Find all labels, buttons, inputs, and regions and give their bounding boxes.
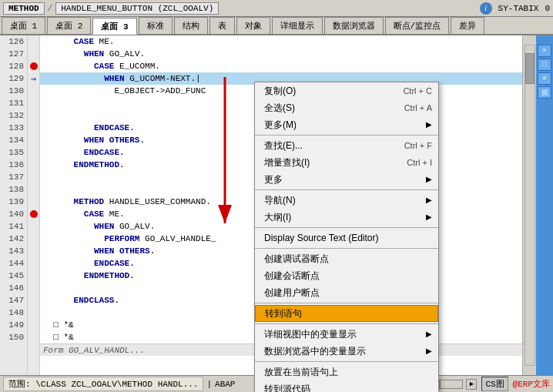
mark-126 xyxy=(28,35,39,48)
menu-display-source[interactable]: Display Source Text (Editor) xyxy=(255,230,438,246)
tab-desktop1[interactable]: 桌面 1 xyxy=(2,17,45,34)
mark-149 xyxy=(28,319,39,331)
cs-badge: CS图 xyxy=(481,377,508,391)
line-146: 146 xyxy=(0,282,27,294)
line-136: 136 xyxy=(0,159,27,171)
mark-area: ⇒ xyxy=(28,35,40,375)
menu-divider-5 xyxy=(255,303,438,303)
menu-selectall-label: 全选(S) xyxy=(264,99,389,116)
menu-incremental-find[interactable]: 增量查找(I) Ctrl + I xyxy=(255,154,438,171)
menu-divider-3 xyxy=(255,227,438,228)
scroll-thumb[interactable] xyxy=(525,53,535,84)
line-126: 126 xyxy=(0,35,27,48)
line-131: 131 xyxy=(0,97,27,109)
menu-copy-shortcut: Ctrl + C xyxy=(403,82,432,99)
vertical-scrollbar[interactable] xyxy=(525,45,535,366)
arrow-129: ⇒ xyxy=(31,73,36,85)
mark-133 xyxy=(28,122,39,134)
menu-goto-statement[interactable]: 转到语句 xyxy=(255,305,438,322)
tab-value: 0 xyxy=(545,4,550,13)
menu-outline-label: 大纲(I) xyxy=(264,209,423,226)
line-128: 128 xyxy=(0,60,27,72)
tab-detail[interactable]: 详细显示 xyxy=(272,17,323,34)
menu-more1-arrow: ▶ xyxy=(426,116,432,133)
scroll-right-btn[interactable]: ▶ xyxy=(466,379,477,390)
menu-var-browser-arrow: ▶ xyxy=(426,343,432,360)
tab-desktop3[interactable]: 桌面 3 xyxy=(92,18,136,35)
info-icon[interactable]: i xyxy=(480,2,492,15)
panel-btn-1[interactable]: × xyxy=(538,45,551,57)
mark-147 xyxy=(28,294,39,307)
panel-btn-2[interactable]: □ xyxy=(538,59,551,71)
line-129: 129 xyxy=(0,72,27,85)
menu-divider-2 xyxy=(255,189,438,190)
menu-outline-arrow: ▶ xyxy=(426,209,432,226)
menu-create-session-bp[interactable]: 创建会话断点 xyxy=(255,267,438,284)
menu-incremental-find-shortcut: Ctrl + I xyxy=(407,154,432,171)
line-130: 130 xyxy=(0,85,27,97)
mark-127 xyxy=(28,48,39,60)
tab-object[interactable]: 对象 xyxy=(236,17,270,34)
breakpoint-128[interactable] xyxy=(30,62,38,70)
menu-divider-6 xyxy=(255,323,438,324)
menu-var-browser-label: 数据浏览器中的变量显示 xyxy=(264,343,423,360)
erp-label: @ERP文库 xyxy=(513,378,550,390)
menu-create-session-bp-label: 创建会话断点 xyxy=(264,267,432,284)
status-path: 范围: \CLASS ZCL_OOALV\METHOD HANDL... xyxy=(3,377,203,391)
mark-130 xyxy=(28,85,39,97)
menu-more2[interactable]: 更多 ▶ xyxy=(255,171,438,188)
mark-128 xyxy=(28,60,39,72)
mark-139 xyxy=(28,196,39,208)
menu-incremental-find-label: 增量查找(I) xyxy=(264,154,391,171)
tab-structure[interactable]: 结构 xyxy=(174,17,208,34)
menu-copy-label: 复制(O) xyxy=(264,82,387,99)
mark-142 xyxy=(28,233,39,245)
line-132: 132 xyxy=(0,109,27,122)
menu-create-user-bp-label: 创建用户断点 xyxy=(264,284,432,301)
cs-label: CS图 xyxy=(485,378,504,390)
tab-table[interactable]: 表 xyxy=(209,17,235,34)
line-145: 145 xyxy=(0,270,27,282)
mark-140 xyxy=(28,208,39,220)
line-150: 150 xyxy=(0,331,27,343)
context-menu: 复制(O) Ctrl + C 全选(S) Ctrl + A 更多(M) ▶ 查找… xyxy=(254,82,439,392)
line-137: 137 xyxy=(0,171,27,183)
line-134: 134 xyxy=(0,134,27,146)
menu-place-current[interactable]: 放置在当前语句上 xyxy=(255,364,438,380)
menu-var-browser[interactable]: 数据浏览器中的变量显示 ▶ xyxy=(255,343,438,360)
tab-data-browser[interactable]: 数据浏览器 xyxy=(324,17,384,34)
line-142: 142 xyxy=(0,233,27,245)
tab-breakpoints[interactable]: 断点/监控点 xyxy=(385,17,450,34)
mark-135 xyxy=(28,146,39,159)
title-separator: / xyxy=(48,4,53,13)
variable-panel-label: 変 xyxy=(538,37,551,43)
tab-desktop2[interactable]: 桌面 2 xyxy=(47,17,91,34)
panel-btn-4[interactable]: 扼 xyxy=(538,86,551,99)
menu-goto-source[interactable]: 转到源代码 xyxy=(255,380,438,392)
mark-141 xyxy=(28,220,39,233)
menu-navigate-arrow: ▶ xyxy=(426,192,432,209)
menu-create-debug-bp[interactable]: 创建调试器断点 xyxy=(255,250,438,267)
menu-var-detail[interactable]: 详细视图中的变量显示 ▶ xyxy=(255,326,438,343)
menu-copy[interactable]: 复制(O) Ctrl + C xyxy=(255,82,438,99)
tab-standard[interactable]: 标准 xyxy=(139,17,173,34)
line-140: 140 xyxy=(0,208,27,220)
menu-outline[interactable]: 大纲(I) ▶ xyxy=(255,209,438,226)
mark-150 xyxy=(28,331,39,343)
menu-divider-4 xyxy=(255,248,438,249)
tab-diff[interactable]: 差异 xyxy=(451,17,484,34)
tab-bar: 桌面 1 桌面 2 桌面 3 标准 结构 表 对象 详细显示 数据浏览器 断点/… xyxy=(0,17,553,35)
mark-137 xyxy=(28,171,39,183)
line-141: 141 xyxy=(0,220,27,233)
line-135: 135 xyxy=(0,146,27,159)
breakpoint-140[interactable] xyxy=(30,210,38,218)
title-bar: METHOD / HANDLE_MENU_BUTTON (ZCL_OOALV) … xyxy=(0,0,553,17)
menu-more1[interactable]: 更多(M) ▶ xyxy=(255,116,438,133)
menu-find[interactable]: 查找(E)... Ctrl + F xyxy=(255,137,438,154)
menu-selectall[interactable]: 全选(S) Ctrl + A xyxy=(255,99,438,116)
menu-navigate[interactable]: 导航(N) ▶ xyxy=(255,192,438,209)
menu-create-user-bp[interactable]: 创建用户断点 xyxy=(255,284,438,301)
line-127: 127 xyxy=(0,48,27,60)
menu-more2-label: 更多 xyxy=(264,171,423,188)
panel-btn-3[interactable]: ≡ xyxy=(538,72,551,85)
